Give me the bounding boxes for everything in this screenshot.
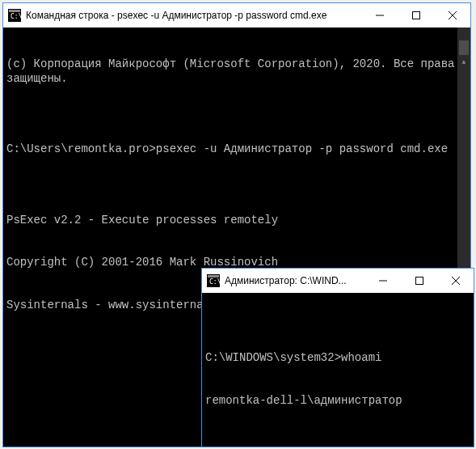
minimize-button[interactable] — [361, 3, 398, 28]
scroll-up-arrow[interactable]: ▲ — [457, 56, 470, 69]
window-title: Командная строка - psexec -u Администрат… — [26, 10, 361, 21]
terminal-line: C:\WINDOWS\system32>whoami — [205, 351, 470, 366]
titlebar[interactable]: C:\ Командная строка - psexec -u Админис… — [3, 3, 470, 28]
cmd-window-admin: C:\ Администратор: C:\WIND... C:\WINDOWS… — [201, 268, 474, 447]
close-button[interactable] — [434, 3, 470, 28]
terminal-line: (c) Корпорация Майкрософт (Microsoft Cor… — [6, 57, 467, 86]
svg-rect-4 — [412, 12, 419, 19]
titlebar[interactable]: C:\ Администратор: C:\WIND... — [202, 269, 474, 293]
maximize-button[interactable] — [398, 3, 434, 28]
svg-rect-8 — [208, 275, 219, 277]
maximize-button[interactable] — [401, 269, 437, 293]
close-button[interactable] — [437, 269, 474, 293]
window-title: Администратор: C:\WIND... — [225, 275, 364, 286]
cmd-icon: C:\ — [207, 274, 220, 287]
terminal-line: PsExec v2.2 - Execute processes remotely — [6, 214, 467, 228]
terminal-output[interactable]: C:\WINDOWS\system32>whoami remontka-dell… — [202, 293, 474, 447]
terminal-line: C:\Users\remontka.pro>psexec -u Админист… — [6, 142, 467, 157]
svg-text:C:\: C:\ — [11, 13, 21, 20]
svg-rect-11 — [415, 277, 423, 285]
svg-text:C:\: C:\ — [209, 278, 220, 286]
terminal-line: remontka-dell-l\администратор — [205, 394, 470, 409]
svg-rect-1 — [9, 10, 20, 12]
window-controls — [361, 3, 470, 28]
scroll-thumb[interactable] — [459, 40, 469, 55]
window-controls — [364, 269, 474, 293]
minimize-button[interactable] — [364, 269, 401, 293]
cmd-icon: C:\ — [8, 9, 21, 22]
